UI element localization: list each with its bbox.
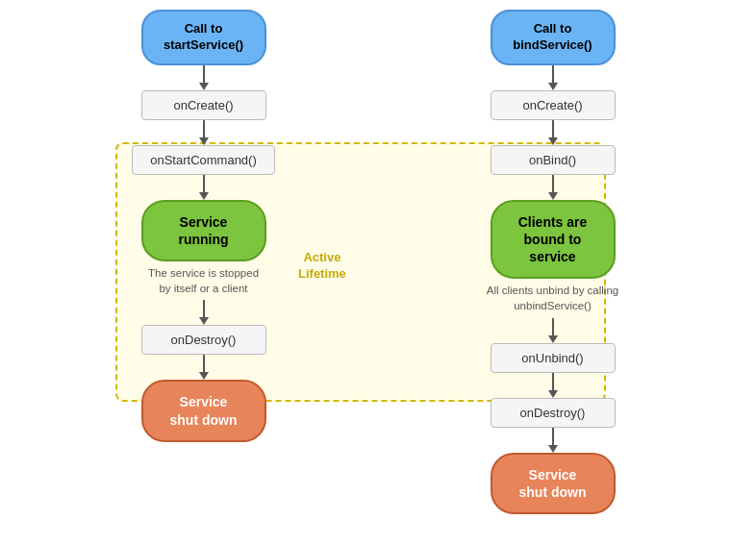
arrow-6-right [548,428,558,453]
service-running-node: Servicerunning [141,200,266,261]
onunbind-node: onUnbind() [491,343,616,373]
arrow-4-right [548,318,558,343]
arrow-2-left [199,120,209,145]
arrow-head [548,335,558,343]
onstartcommand-node: onStartCommand() [132,145,275,175]
arrow-head [199,317,209,325]
arrow-2-right [548,120,558,145]
arrow-line [552,373,554,390]
left-column: Call tostartService() onCreate() onStart… [0,10,378,514]
arrow-head [199,83,209,90]
arrow-head [548,390,558,398]
onbind-label: onBind() [529,153,576,167]
onunbind-label: onUnbind() [521,351,583,365]
ondestroy-right-node: onDestroy() [491,398,616,428]
service-shutdown-left-node: Serviceshut down [141,380,266,441]
ondestroy-right-label: onDestroy() [520,406,586,420]
service-shutdown-right-node: Serviceshut down [491,453,616,514]
clients-bound-node: Clients arebound toservice [491,200,616,280]
arrow-line [203,300,205,317]
arrow-3-right [548,175,558,200]
service-shutdown-right-label: Serviceshut down [519,467,587,500]
arrow-5-left [199,355,209,380]
arrow-head [199,192,209,200]
clients-bound-label: Clients arebound toservice [518,214,588,264]
arrow-1-right [548,65,558,90]
arrow-line [552,65,554,83]
start-service-label: Call tostartService() [164,21,243,52]
unbind-note: All clients unbind by callingunbindServi… [487,283,618,313]
ondestroy-left-label: onDestroy() [171,333,237,347]
arrow-head [548,445,558,453]
diagram-container: ActiveLifetime Call tostartService() onC… [0,0,756,545]
oncreate-left-node: onCreate() [141,90,266,120]
columns: Call tostartService() onCreate() onStart… [0,10,756,514]
arrow-line [552,120,554,137]
arrow-line [203,65,205,83]
arrow-line [203,175,205,192]
arrow-head [548,83,558,90]
onstartcommand-label: onStartCommand() [150,153,257,167]
arrow-line [203,120,205,137]
arrow-4-left [199,300,209,325]
service-stopped-note: The service is stoppedby itself or a cli… [148,265,259,296]
oncreate-left-label: onCreate() [173,98,233,112]
onbind-node: onBind() [491,145,616,175]
arrow-head [548,192,558,200]
arrow-3-left [199,175,209,200]
arrow-line [203,355,205,372]
arrow-5-right [548,373,558,398]
service-shutdown-left-label: Serviceshut down [170,394,238,427]
arrow-line [552,175,554,192]
bind-service-label: Call tobindService() [513,21,592,52]
service-running-label: Servicerunning [178,214,228,247]
bind-service-node: Call tobindService() [491,10,616,65]
start-service-node: Call tostartService() [141,10,266,65]
arrow-head [199,137,209,145]
ondestroy-left-node: onDestroy() [141,325,266,355]
arrow-head [199,372,209,380]
oncreate-right-label: onCreate() [522,98,582,112]
arrow-head [548,137,558,145]
right-column: Call tobindService() onCreate() onBind() [378,10,756,514]
arrow-line [552,428,554,445]
arrow-1-left [199,65,209,90]
arrow-line [552,318,554,335]
oncreate-right-node: onCreate() [491,90,616,120]
